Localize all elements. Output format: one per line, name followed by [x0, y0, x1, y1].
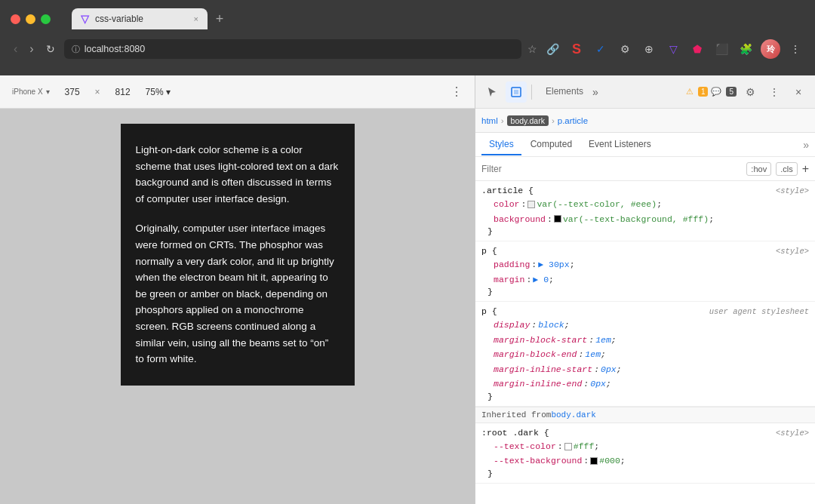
css-semicolon-9: ;: [606, 376, 611, 392]
css-source-article: <style>: [776, 186, 809, 195]
devtools-close-icon[interactable]: ×: [788, 81, 809, 103]
css-colon-5: :: [531, 318, 537, 333]
css-semicolon-7: ;: [601, 347, 606, 362]
tab-title: css-variable: [95, 14, 143, 24]
user-avatar[interactable]: 玲: [761, 39, 780, 59]
css-prop-value-padding: ▶ 30px: [538, 257, 569, 272]
css-semicolon-8: ;: [617, 362, 622, 377]
toolbar-icons: S ✓ ⚙ ⊕ ▽ ⬟ ⬛ 🧩 玲 ⋮: [567, 39, 804, 59]
extension-check-icon[interactable]: ✓: [592, 40, 610, 58]
device-selector[interactable]: iPhone X ▾: [12, 88, 50, 96]
extension-gear-icon[interactable]: ⚙: [616, 40, 634, 58]
tab-computed[interactable]: Computed: [523, 134, 580, 155]
css-close-brace-2: }: [481, 287, 809, 297]
device-toolbar: iPhone X ▾ × 75% ▾ ⋮: [0, 75, 475, 109]
tab-event-listeners[interactable]: Event Listeners: [581, 134, 659, 155]
breadcrumb-html[interactable]: html: [481, 116, 498, 125]
css-semicolon-4: ;: [549, 272, 554, 287]
css-close-brace-1: }: [481, 226, 809, 236]
more-options-icon[interactable]: ⋮: [786, 40, 804, 58]
css-semicolon-10: ;: [594, 439, 599, 454]
browser-chrome: ▽ css-variable × + ‹ › ↻ ⓘ localhost:808…: [0, 0, 815, 75]
maximize-window-button[interactable]: [41, 14, 51, 24]
extension-circle-icon[interactable]: ⊕: [640, 40, 658, 58]
css-prop-name-mbs: margin-block-start: [494, 333, 587, 348]
color-swatch-text-color-var[interactable]: [564, 443, 572, 450]
zoom-chevron-icon: ▾: [166, 87, 171, 97]
extension-puzzle-icon[interactable]: 🧩: [737, 40, 755, 58]
zoom-selector[interactable]: 75% ▾: [146, 87, 171, 97]
more-tabs-icon[interactable]: »: [592, 86, 598, 98]
url-bar[interactable]: ⓘ localhost:8080: [64, 39, 521, 59]
css-prop-value-color: var(--text-color, #eee): [537, 197, 657, 212]
close-window-button[interactable]: [11, 14, 20, 24]
css-colon-4: :: [526, 272, 531, 287]
css-rule-header-root-dark: :root .dark { <style>: [481, 428, 809, 438]
new-tab-button[interactable]: +: [209, 8, 230, 29]
link-icon[interactable]: 🔗: [543, 40, 561, 58]
devtools-settings-icon[interactable]: ⚙: [740, 81, 761, 103]
css-rule-header: .article { <style>: [481, 186, 809, 195]
css-close-brace-4: }: [481, 469, 809, 478]
breadcrumb-sep-1: ›: [501, 116, 504, 125]
css-semicolon-11: ;: [620, 453, 626, 469]
css-prop-value-mbs: 1em: [595, 333, 611, 348]
css-selector-p: p {: [481, 246, 497, 256]
css-prop-value-text-bg: #000: [599, 453, 620, 469]
css-property-margin: margin : ▶ 0 ;: [481, 272, 809, 287]
more-style-tabs-icon[interactable]: »: [803, 139, 809, 151]
css-selector-p-ua: p {: [481, 306, 497, 316]
css-prop-value-text-color: #fff: [574, 439, 595, 454]
breadcrumb-p[interactable]: p.article: [558, 116, 588, 125]
css-colon-8: :: [594, 362, 599, 377]
extension-s-icon[interactable]: S: [567, 40, 586, 58]
devtools-tabs: Elements »: [537, 75, 683, 109]
css-rule-article: .article { <style> color : var(--text-co…: [475, 181, 815, 241]
extension-box-icon[interactable]: ⬛: [712, 40, 730, 58]
device-chevron-icon: ▾: [46, 88, 50, 96]
tab-elements[interactable]: Elements: [537, 75, 592, 109]
main-layout: iPhone X ▾ × 75% ▾ ⋮ Light-on-dark color…: [0, 75, 815, 504]
breadcrumb-body[interactable]: body.dark: [507, 115, 549, 126]
extension-v-icon[interactable]: ▽: [664, 40, 682, 58]
tab-close-button[interactable]: ×: [194, 14, 198, 23]
box-inspect-icon[interactable]: [506, 81, 527, 103]
css-colon-2: :: [547, 212, 552, 227]
title-bar: ▽ css-variable × +: [0, 0, 815, 35]
css-semicolon: ;: [657, 197, 662, 212]
css-filter-input[interactable]: [481, 164, 742, 174]
breadcrumb-sep-2: ›: [552, 116, 555, 125]
cls-filter-button[interactable]: .cls: [776, 162, 798, 176]
color-swatch-background[interactable]: [554, 215, 561, 223]
css-selector-article: .article {: [481, 186, 534, 195]
filter-bar: :hov .cls +: [475, 157, 815, 181]
css-colon-6: :: [589, 333, 594, 348]
back-button[interactable]: ‹: [11, 41, 20, 57]
extension-diamond-icon[interactable]: ⬟: [688, 40, 706, 58]
add-style-rule-button[interactable]: +: [802, 162, 809, 176]
css-prop-value-display: block: [538, 318, 564, 333]
styles-tabs: Styles Computed Event Listeners »: [475, 133, 815, 157]
color-swatch-text-bg-var[interactable]: [590, 457, 598, 465]
width-input[interactable]: [59, 87, 86, 97]
pseudo-filter-button[interactable]: :hov: [746, 162, 771, 176]
active-tab[interactable]: ▽ css-variable ×: [72, 8, 208, 29]
forward-button[interactable]: ›: [26, 41, 36, 57]
article-paragraph-2: Originally, computer user interface imag…: [136, 220, 340, 367]
css-prop-name-margin: margin: [494, 272, 524, 287]
css-prop-name-mis: margin-inline-start: [494, 362, 592, 377]
device-more-icon[interactable]: ⋮: [451, 85, 463, 99]
color-swatch-text[interactable]: [527, 201, 535, 208]
css-source-p: <style>: [776, 247, 809, 256]
message-count: 5: [726, 87, 737, 97]
zoom-level: 75%: [146, 87, 164, 97]
minimize-window-button[interactable]: [26, 14, 35, 24]
bookmark-icon[interactable]: ☆: [527, 43, 537, 55]
css-semicolon-6: ;: [611, 333, 617, 348]
height-input[interactable]: [109, 87, 137, 97]
devtools-more-icon[interactable]: ⋮: [764, 81, 785, 103]
cursor-tool-icon[interactable]: [481, 81, 503, 103]
article-paragraph-1: Light-on-dark color scheme is a color sc…: [136, 142, 340, 207]
tab-styles[interactable]: Styles: [481, 134, 521, 155]
reload-button[interactable]: ↻: [43, 41, 58, 57]
